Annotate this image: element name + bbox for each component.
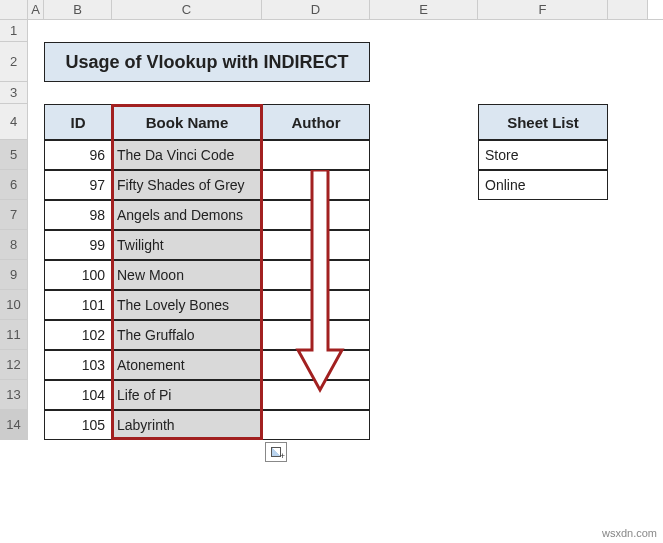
cell-D1[interactable] [262,20,370,42]
cell-author-12[interactable] [262,350,370,380]
row-header-4[interactable]: 4 [0,104,28,140]
cell-author-6[interactable] [262,170,370,200]
col-header-C[interactable]: C [112,0,262,19]
cell-book-12[interactable]: Atonement [112,350,262,380]
column-header-row[interactable]: A B C D E F [0,0,663,20]
select-all-corner[interactable] [0,0,28,19]
header-id[interactable]: ID [44,104,112,140]
cell-E12[interactable] [370,350,478,380]
cell-book-13[interactable]: Life of Pi [112,380,262,410]
cell-A14[interactable] [28,410,44,440]
row-header-9[interactable]: 9 [0,260,28,290]
cell-E3[interactable] [370,82,478,104]
row-header-5[interactable]: 5 [0,140,28,170]
cell-id-14[interactable]: 105 [44,410,112,440]
cell-id-10[interactable]: 101 [44,290,112,320]
cell-B1[interactable] [44,20,112,42]
cell-id-13[interactable]: 104 [44,380,112,410]
row-header-3[interactable]: 3 [0,82,28,104]
cell-A5[interactable] [28,140,44,170]
cell-E11[interactable] [370,320,478,350]
cell-E10[interactable] [370,290,478,320]
cell-E6[interactable] [370,170,478,200]
col-header-E[interactable]: E [370,0,478,19]
row-header-6[interactable]: 6 [0,170,28,200]
cell-F1[interactable] [478,20,608,42]
cell-F11[interactable] [478,320,608,350]
col-header-A[interactable]: A [28,0,44,19]
cell-E9[interactable] [370,260,478,290]
cell-E1[interactable] [370,20,478,42]
cell-E4[interactable] [370,104,478,140]
cell-A10[interactable] [28,290,44,320]
cell-C1[interactable] [112,20,262,42]
cell-F14[interactable] [478,410,608,440]
cell-book-6[interactable]: Fifty Shades of Grey [112,170,262,200]
paste-options-icon[interactable]: + [265,442,287,462]
cell-book-14[interactable]: Labyrinth [112,410,262,440]
cell-E14[interactable] [370,410,478,440]
row-header-8[interactable]: 8 [0,230,28,260]
cell-A6[interactable] [28,170,44,200]
cell-author-7[interactable] [262,200,370,230]
cell-author-5[interactable] [262,140,370,170]
title-cell[interactable]: Usage of Vlookup with INDIRECT [44,42,370,82]
cell-F3[interactable] [478,82,608,104]
cell-author-9[interactable] [262,260,370,290]
cell-sheet-0[interactable]: Store [478,140,608,170]
row-header-7[interactable]: 7 [0,200,28,230]
cell-E8[interactable] [370,230,478,260]
row-header-14[interactable]: 14 [0,410,28,440]
cell-A2[interactable] [28,42,44,82]
cell-id-8[interactable]: 99 [44,230,112,260]
cell-id-11[interactable]: 102 [44,320,112,350]
row-header-2[interactable]: 2 [0,42,28,82]
cell-A3[interactable] [28,82,44,104]
cell-A1[interactable] [28,20,44,42]
cell-E2[interactable] [370,42,478,82]
cell-book-10[interactable]: The Lovely Bones [112,290,262,320]
cell-book-5[interactable]: The Da Vinci Code [112,140,262,170]
cell-F12[interactable] [478,350,608,380]
cell-C3[interactable] [112,82,262,104]
cell-author-13[interactable] [262,380,370,410]
cell-F10[interactable] [478,290,608,320]
cell-A13[interactable] [28,380,44,410]
cell-F8[interactable] [478,230,608,260]
cell-A11[interactable] [28,320,44,350]
cell-sheet-1[interactable]: Online [478,170,608,200]
cell-author-10[interactable] [262,290,370,320]
cell-A4[interactable] [28,104,44,140]
cell-D3[interactable] [262,82,370,104]
cell-author-11[interactable] [262,320,370,350]
header-book-name[interactable]: Book Name [112,104,262,140]
col-header-B[interactable]: B [44,0,112,19]
cell-E5[interactable] [370,140,478,170]
header-author[interactable]: Author [262,104,370,140]
col-header-F[interactable]: F [478,0,608,19]
col-header-blank[interactable] [608,0,648,19]
cell-book-11[interactable]: The Gruffalo [112,320,262,350]
header-sheet-list[interactable]: Sheet List [478,104,608,140]
cell-E7[interactable] [370,200,478,230]
cell-A8[interactable] [28,230,44,260]
cell-book-8[interactable]: Twilight [112,230,262,260]
cell-A7[interactable] [28,200,44,230]
cell-id-5[interactable]: 96 [44,140,112,170]
cell-author-14[interactable] [262,410,370,440]
cell-F13[interactable] [478,380,608,410]
cell-F2[interactable] [478,42,608,82]
col-header-D[interactable]: D [262,0,370,19]
cell-id-7[interactable]: 98 [44,200,112,230]
cell-E13[interactable] [370,380,478,410]
cell-book-7[interactable]: Angels and Demons [112,200,262,230]
row-header-10[interactable]: 10 [0,290,28,320]
cell-book-9[interactable]: New Moon [112,260,262,290]
cell-author-8[interactable] [262,230,370,260]
cell-A9[interactable] [28,260,44,290]
cell-id-6[interactable]: 97 [44,170,112,200]
cell-B3[interactable] [44,82,112,104]
row-header-11[interactable]: 11 [0,320,28,350]
row-header-1[interactable]: 1 [0,20,28,42]
cell-F7[interactable] [478,200,608,230]
